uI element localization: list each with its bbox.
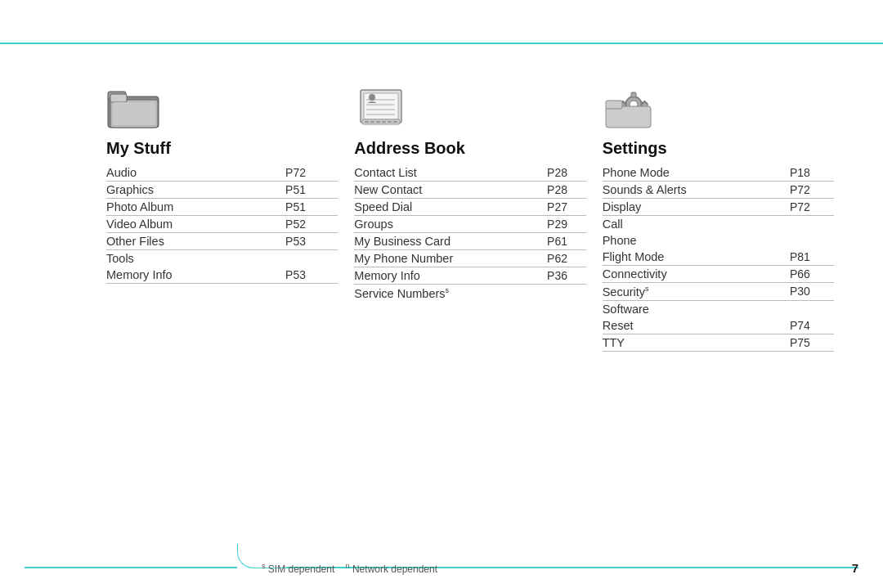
mystuff-title: My Stuff [106,139,338,158]
addressbook-icon [354,74,585,131]
item-page: P66 [788,266,834,283]
item-label: Phone Mode [603,164,788,182]
svg-rect-15 [376,121,380,123]
svg-rect-17 [388,121,392,123]
item-label: Sounds & Alerts [603,182,788,199]
item-page: P29 [545,216,586,233]
top-decorative-line [0,43,883,44]
list-item: Phone [603,232,834,249]
list-item: Other Files P53 [106,233,338,250]
item-page [788,232,834,249]
list-item: Memory Info P36 [354,267,585,285]
item-page [545,285,586,302]
item-page: P53 [284,267,338,284]
item-page: P28 [545,164,586,182]
svg-rect-14 [370,121,374,123]
item-page: P74 [788,317,834,334]
item-page: P72 [788,182,834,199]
item-label: New Contact [354,182,545,199]
list-item: Groups P29 [354,216,585,233]
svg-rect-3 [110,94,127,102]
item-label: TTY [603,334,788,351]
item-label: Connectivity [603,266,788,283]
svg-rect-18 [393,121,397,123]
list-item: Call [603,216,834,233]
svg-rect-13 [365,121,369,123]
list-item: Flight Mode P81 [603,249,834,266]
item-page [788,300,834,317]
item-label: Phone [603,232,788,249]
footnote-network: Network dependent [352,563,437,575]
item-page: P28 [545,182,586,199]
list-item: Speed Dial P27 [354,199,585,216]
item-label: Call [603,216,788,233]
list-item: TTY P75 [603,334,834,351]
list-item: Display P72 [603,199,834,216]
item-page: P81 [788,249,834,266]
item-page [284,250,338,267]
item-page: P52 [284,216,338,233]
item-page: P51 [284,199,338,216]
main-content: My Stuff Audio P72 Graphics P51 Photo Al… [106,65,850,543]
addressbook-title: Address Book [354,139,585,158]
item-label: Flight Mode [603,249,788,266]
bottom-line-left [25,567,237,568]
list-item: Service Numberss [354,285,585,302]
mystuff-table: Audio P72 Graphics P51 Photo Album P51 V… [106,164,338,284]
svg-point-11 [369,94,375,101]
list-item: Memory Info P53 [106,267,338,284]
item-label: Memory Info [106,267,284,284]
list-item: Phone Mode P18 [603,164,834,182]
item-page: P51 [284,182,338,199]
mystuff-section: My Stuff Audio P72 Graphics P51 Photo Al… [106,65,354,543]
item-page [788,216,834,233]
list-item: Software [603,300,834,317]
settings-table: Phone Mode P18 Sounds & Alerts P72 Displ… [603,164,834,352]
item-label: Service Numberss [354,285,545,302]
item-label: Tools [106,250,284,267]
item-page: P30 [788,283,834,301]
settings-section: Settings Phone Mode P18 Sounds & Alerts … [603,65,850,543]
item-page: P61 [545,233,586,250]
item-label: My Phone Number [354,250,545,267]
item-page: P62 [545,250,586,267]
item-page: P75 [788,334,834,351]
list-item: Contact List P28 [354,164,585,182]
list-item: Audio P72 [106,164,338,182]
item-label: Speed Dial [354,199,545,216]
item-label: Display [603,199,788,216]
list-item: My Business Card P61 [354,233,585,250]
item-label: Groups [354,216,545,233]
item-page: P72 [788,199,834,216]
item-label: Software [603,300,788,317]
settings-icon [603,74,834,131]
list-item: My Phone Number P62 [354,250,585,267]
addressbook-table: Contact List P28 New Contact P28 Speed D… [354,164,585,302]
list-item: Securitys P30 [603,283,834,301]
svg-rect-35 [606,106,651,128]
list-item: Connectivity P66 [603,266,834,283]
page-number: 7 [852,561,858,575]
item-page: P36 [545,267,586,285]
item-label: Other Files [106,233,284,250]
item-label: Video Album [106,216,284,233]
item-label: Reset [603,317,788,334]
svg-rect-4 [113,102,155,125]
item-label: Memory Info [354,267,545,285]
mystuff-icon [106,74,338,131]
item-page: P27 [545,199,586,216]
svg-rect-21 [631,92,636,97]
item-label: Audio [106,164,284,182]
list-item: Tools [106,250,338,267]
item-label: Graphics [106,182,284,199]
item-page: P18 [788,164,834,182]
bottom-footnote: s SIM dependent n Network dependent [262,562,437,575]
bottom-bar [0,547,883,588]
item-label: Contact List [354,164,545,182]
item-page: P72 [284,164,338,182]
addressbook-section: Address Book Contact List P28 New Contac… [354,65,602,543]
footnote-sim: SIM dependent [268,563,334,575]
item-label: My Business Card [354,233,545,250]
item-page: P53 [284,233,338,250]
list-item: Video Album P52 [106,216,338,233]
